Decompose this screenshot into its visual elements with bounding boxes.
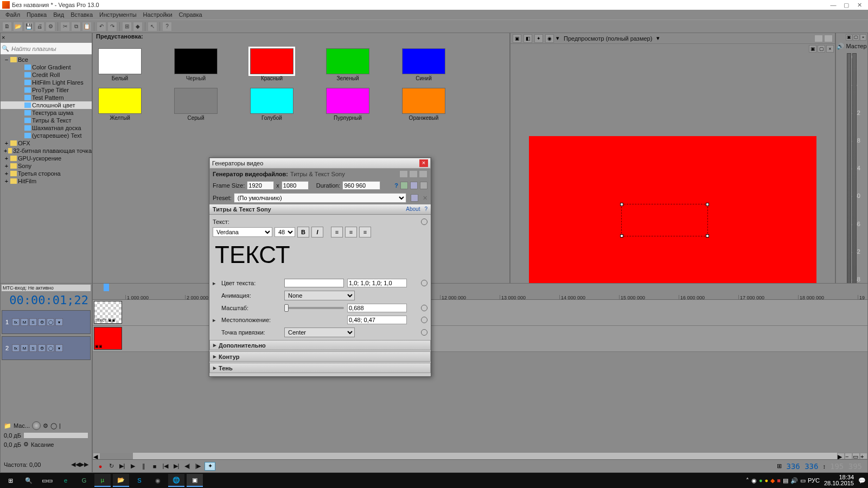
text-color-value[interactable] [347,279,407,287]
keyframe-icon[interactable] [421,317,427,323]
tree-item[interactable]: +Третья сторона [1,170,92,177]
track-solo-icon[interactable]: S [29,344,37,352]
meter-btn[interactable]: ▢ [853,34,859,41]
tray-volume-icon[interactable]: 🔊 [790,477,798,484]
tree-item[interactable]: ProType Titler [1,86,92,94]
keyframe-icon[interactable] [421,280,427,286]
menu-edit[interactable]: Правка [24,11,49,18]
track-fx-icon[interactable]: fx [12,318,20,326]
expand-icon[interactable]: ▸ [213,280,218,287]
tl-next-button[interactable]: |▶ [194,462,202,471]
tray-battery-icon[interactable]: ▭ [800,477,806,484]
align-left-button[interactable]: ≡ [331,227,343,237]
start-button[interactable]: ⊞ [2,474,18,487]
tree-item[interactable]: +GPU-ускорение [1,155,92,162]
menu-tools[interactable]: Инструменты [97,11,139,18]
list-icon[interactable] [419,170,427,178]
resize-handle[interactable] [706,203,709,206]
tree-item[interactable]: (устаревшее) Text [1,132,92,139]
system-tray[interactable]: ˄ ◉ ● ● ◆ ■ ▤ 🔊 ▭ РУС 18:34 28.10.2015 💬 [746,474,866,486]
preset-Голубой[interactable]: Голубой [250,88,293,121]
tree-item[interactable]: +32-битная плавающая точка [1,147,92,155]
search-icon[interactable]: 🔍 [21,474,37,487]
dialog-close-button[interactable]: × [419,159,428,167]
video-track-header-2[interactable]: 2 fx M S ⚙ ◯ ▾ [2,336,91,360]
tray-app-icon[interactable]: ◉ [751,477,757,484]
dialog-titlebar[interactable]: Генераторы видео × [209,158,431,169]
about-link[interactable]: About [406,206,420,213]
save-icon[interactable] [410,182,418,189]
skype-icon[interactable]: S [131,474,148,487]
tray-app-icon[interactable]: ◆ [770,477,775,484]
save-icon[interactable]: 💾 [24,22,34,31]
text-bounding-box[interactable] [621,204,708,236]
redo-icon[interactable]: ↷ [107,22,117,31]
track-bypass-icon[interactable]: ◯ [47,318,54,326]
steam-icon[interactable]: ◉ [150,474,166,487]
resize-handle[interactable] [620,203,623,206]
preset-Серый[interactable]: Серый [174,88,218,121]
chain-icon[interactable] [399,170,408,178]
copy-frame-icon[interactable] [824,35,833,42]
folder-icon[interactable]: 📁 [4,422,11,429]
delete-preset-icon[interactable]: ✕ [423,195,427,202]
tl-prev-button[interactable]: ◀| [183,462,192,471]
grid-icon[interactable] [409,170,418,178]
tray-app-icon[interactable]: ● [765,477,769,484]
pan-knob[interactable] [32,421,41,430]
tree-item[interactable]: +HitFilm [1,177,92,185]
tray-app-icon[interactable]: ■ [777,477,781,484]
keyframe-icon[interactable] [421,329,427,336]
track-mute-icon[interactable]: M [21,318,28,326]
italic-button[interactable]: I [311,227,323,237]
tl-pause-button[interactable]: ‖ [139,462,148,471]
preset-Красный[interactable]: Красный [250,48,293,81]
dock-icon[interactable]: ▣ [809,45,816,53]
meter-btn[interactable]: × [860,34,866,41]
scrollbar-thumb[interactable] [100,453,133,459]
paste-icon[interactable]: 📋 [82,22,92,31]
close-panel-icon[interactable]: × [826,45,834,53]
meter-btn[interactable]: ▣ [846,34,852,41]
tl-timecode-2[interactable]: 195 395 [828,462,864,471]
menu-insert[interactable]: Вставка [68,11,95,18]
save-preset-icon[interactable] [411,194,418,202]
text-preview-area[interactable]: ТЕКСТ [213,239,427,277]
tree-item[interactable]: +Sony [1,162,92,170]
font-dropdown[interactable]: Verdana [213,227,272,237]
taskview-icon[interactable]: ▭▭ [39,474,55,487]
tray-app-icon[interactable]: ● [759,477,763,484]
preview-ext-icon[interactable]: ▣ [513,34,521,43]
preview-split-icon[interactable]: ◧ [524,34,532,43]
slider-thumb[interactable] [284,304,289,312]
track-solo-icon[interactable]: S [29,318,37,326]
tray-lang[interactable]: РУС [808,477,820,484]
preview-canvas[interactable] [529,136,816,299]
volume-fader[interactable] [23,432,88,439]
marker-icon[interactable]: ◆ [133,22,143,31]
track-more-icon[interactable]: ▾ [55,318,63,326]
tree-item[interactable]: Credit Roll [1,71,92,79]
tray-clock[interactable]: 18:34 28.10.2015 [822,474,856,486]
tree-root[interactable]: −Все [1,56,92,63]
preset-Синий[interactable]: Синий [402,48,445,81]
vegas-icon[interactable]: ▣ [187,474,203,487]
menu-view[interactable]: Вид [51,11,66,18]
app-icon[interactable]: G [76,474,92,487]
keyframe-icon[interactable] [421,219,427,225]
tl-tool-button[interactable]: ✦ [205,462,215,471]
frame-height-input[interactable] [282,181,309,190]
tree-item[interactable]: Титры & Текст [1,117,92,124]
close-button[interactable]: ✕ [853,2,866,9]
tree-item[interactable]: HitFilm Light Flares [1,79,92,86]
playhead-cursor[interactable] [104,284,109,291]
preview-quality-icon[interactable]: ✦ [534,34,543,43]
render-icon[interactable]: 🖨 [35,22,44,31]
section-outline[interactable]: ▸Контур [209,351,431,362]
add-icon[interactable] [400,182,408,189]
color-swatch[interactable] [284,279,344,287]
preset-Желтый[interactable]: Желтый [98,88,142,121]
props-icon[interactable]: ⚙ [46,22,55,31]
preset-Зеленый[interactable]: Зеленый [326,48,369,81]
preset-Белый[interactable]: Белый [98,48,142,81]
